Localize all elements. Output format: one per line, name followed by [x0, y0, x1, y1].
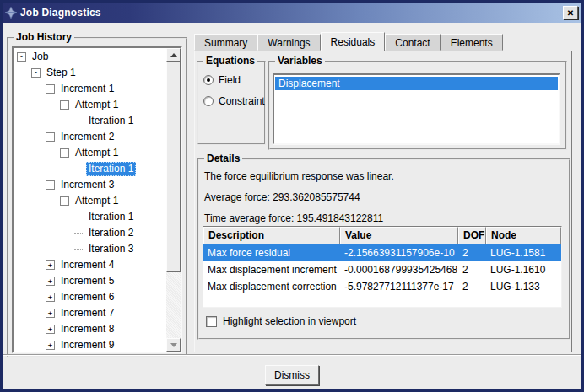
tree-item-label[interactable]: Iteration 2 — [86, 226, 136, 240]
tree-item-label[interactable]: Iteration 1 — [86, 114, 136, 128]
tab-residuals[interactable]: Residuals — [321, 32, 386, 51]
tree-item-attempt-1[interactable]: -Attempt 1 — [14, 145, 166, 161]
highlight-checkbox-row[interactable]: Highlight selection in viewport — [206, 315, 356, 327]
collapse-icon[interactable]: - — [46, 180, 55, 190]
variables-label: Variables — [275, 55, 325, 67]
tree-item-label[interactable]: Increment 7 — [58, 306, 116, 320]
table-cell: LUG-1.1581 — [486, 244, 561, 261]
tree-item-increment-2[interactable]: -Increment 2 — [14, 129, 166, 145]
radio-icon[interactable] — [203, 96, 214, 106]
tree-item-iteration-2[interactable]: Iteration 2 — [14, 225, 166, 241]
highlight-checkbox[interactable] — [206, 316, 217, 327]
tab-warnings[interactable]: Warnings — [257, 34, 320, 51]
tree-item-label[interactable]: Increment 1 — [58, 82, 116, 96]
job-history-label: Job History — [14, 31, 74, 43]
tree-item-label[interactable]: Increment 8 — [58, 322, 116, 336]
collapse-icon[interactable]: - — [60, 100, 69, 110]
scroll-up-button[interactable] — [166, 48, 181, 62]
tree-item-attempt-1[interactable]: -Attempt 1 — [14, 193, 166, 209]
table-cell: 2 — [458, 261, 486, 278]
table-row[interactable]: Max displacement increment-0.00016879993… — [203, 261, 561, 278]
highlight-checkbox-label: Highlight selection in viewport — [223, 315, 356, 327]
collapse-icon[interactable]: - — [60, 148, 69, 158]
tree-item-label[interactable]: Attempt 1 — [73, 146, 121, 160]
expand-icon[interactable]: + — [46, 341, 55, 350]
tree-item-label[interactable]: Attempt 1 — [73, 98, 121, 112]
residuals-table[interactable]: DescriptionValueDOFNodeMax force residua… — [203, 226, 562, 308]
tree-item-label[interactable]: Attempt 1 — [73, 194, 121, 208]
response-message: The force equilibrium response was linea… — [204, 170, 564, 183]
tree-item-label[interactable]: Iteration 1 — [86, 162, 136, 176]
tree-item-job[interactable]: -Job — [14, 49, 166, 65]
tree-item-iteration-1[interactable]: Iteration 1 — [14, 113, 166, 129]
tree-item-label[interactable]: Increment 5 — [58, 274, 116, 288]
radio-constraint[interactable]: Constraint — [203, 95, 264, 107]
titlebar[interactable]: Job Diagnostics ✕ — [3, 3, 581, 23]
tree-item-label[interactable]: Iteration 1 — [86, 210, 136, 224]
tab-summary[interactable]: Summary — [194, 34, 257, 51]
tree-item-increment-5[interactable]: +Increment 5 — [14, 273, 166, 289]
expand-icon[interactable]: + — [46, 309, 55, 318]
expand-icon[interactable]: + — [46, 277, 55, 286]
tree-scrollbar[interactable] — [166, 48, 181, 352]
equations-options: FieldConstraint — [198, 62, 264, 107]
tree-item-increment-3[interactable]: -Increment 3 — [14, 177, 166, 193]
dismiss-button[interactable]: Dismiss — [265, 365, 319, 385]
table-cell: -5.97827712111377e-17 — [340, 278, 458, 295]
tree-item-iteration-3[interactable]: Iteration 3 — [14, 241, 166, 257]
tab-elements[interactable]: Elements — [441, 34, 503, 51]
tree-item-step-1[interactable]: -Step 1 — [14, 65, 166, 81]
expand-icon[interactable]: + — [46, 260, 55, 270]
window-title: Job Diagnostics — [20, 7, 101, 19]
arrow-up-icon — [170, 53, 177, 57]
tree-item-attempt-1[interactable]: -Attempt 1 — [14, 97, 166, 113]
tree-item-increment-7[interactable]: +Increment 7 — [14, 305, 166, 321]
tree-item-label[interactable]: Increment 3 — [58, 178, 116, 192]
table-row[interactable]: Max force residual-2.15663931157906e-102… — [203, 244, 561, 261]
scrollbar-thumb[interactable] — [166, 62, 181, 272]
close-button[interactable]: ✕ — [563, 6, 578, 19]
variables-listbox[interactable]: Displacement — [273, 73, 560, 145]
variable-item-displacement[interactable]: Displacement — [275, 77, 558, 90]
average-force: Average force: 293.362085575744 — [204, 191, 564, 204]
tab-contact[interactable]: Contact — [385, 34, 440, 51]
radio-icon[interactable] — [203, 75, 214, 85]
tree-item-label[interactable]: Step 1 — [44, 66, 78, 80]
tree-item-iteration-1[interactable]: Iteration 1 — [14, 161, 166, 177]
tree-item-label[interactable]: Increment 2 — [58, 130, 116, 144]
tree-item-label[interactable]: Job — [30, 50, 51, 64]
radio-field[interactable]: Field — [203, 74, 264, 86]
collapse-icon[interactable]: - — [17, 52, 26, 62]
column-header-node[interactable]: Node — [486, 227, 561, 244]
table-cell: Max force residual — [203, 244, 340, 261]
tree-item-increment-6[interactable]: +Increment 6 — [14, 289, 166, 305]
table-cell: Max displacement correction — [203, 278, 340, 295]
details-label: Details — [204, 153, 242, 164]
column-header-description[interactable]: Description — [203, 227, 340, 244]
tree-item-label[interactable]: Increment 4 — [58, 258, 116, 272]
tree-item-label[interactable]: Increment 9 — [58, 338, 116, 352]
collapse-icon[interactable]: - — [46, 84, 55, 94]
table-header-row: DescriptionValueDOFNode — [203, 227, 561, 244]
tree-connector — [74, 162, 84, 169]
table-row[interactable]: Max displacement correction-5.9782771211… — [203, 278, 561, 295]
expand-icon[interactable]: + — [46, 293, 55, 302]
tree-item-increment-4[interactable]: +Increment 4 — [14, 257, 166, 273]
scroll-down-button[interactable] — [166, 338, 181, 352]
tree-item-label[interactable]: Increment 6 — [58, 290, 116, 304]
collapse-icon[interactable]: - — [60, 196, 69, 206]
tree-item-iteration-1[interactable]: Iteration 1 — [14, 209, 166, 225]
job-diagnostics-dialog: Job Diagnostics ✕ Job History -Job-Step … — [0, 0, 584, 392]
column-header-dof[interactable]: DOF — [458, 227, 486, 244]
table-cell: LUG-1.133 — [486, 278, 561, 295]
collapse-icon[interactable]: - — [46, 132, 55, 142]
expand-icon[interactable]: + — [46, 325, 55, 334]
tree-item-label[interactable]: Iteration 3 — [86, 242, 136, 256]
tree-item-increment-1[interactable]: -Increment 1 — [14, 81, 166, 97]
job-history-tree[interactable]: -Job-Step 1-Increment 1-Attempt 1Iterati… — [12, 46, 182, 353]
tree-item-increment-8[interactable]: +Increment 8 — [14, 321, 166, 337]
tree-item-increment-9[interactable]: +Increment 9 — [14, 337, 166, 352]
column-header-value[interactable]: Value — [340, 227, 458, 244]
collapse-icon[interactable]: - — [31, 68, 41, 78]
tree-connector — [74, 226, 84, 234]
